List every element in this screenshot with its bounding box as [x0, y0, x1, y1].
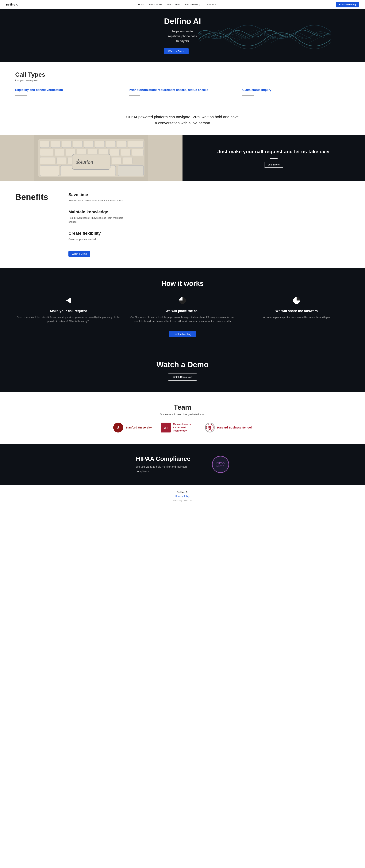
hero-subtitle: helps automate repetitive phone calls to…: [164, 29, 201, 43]
footer: Delfino AI Privacy Policy ©2023 by delfi…: [0, 485, 365, 507]
svg-rect-10: [128, 141, 143, 148]
how-it-works-book-meeting-button[interactable]: Book a Meeting: [169, 331, 196, 337]
harvard-logo: VE·RI·TAS Harvard Business School: [205, 423, 252, 432]
solution-heading: Just make your call request and let us t…: [218, 149, 330, 155]
svg-text:S: S: [117, 426, 119, 430]
svg-rect-9: [117, 141, 127, 148]
svg-marker-34: [66, 298, 71, 303]
stanford-text: Stanford University: [126, 426, 152, 429]
step-3-title: We will share the answers: [243, 309, 350, 313]
ai-section: Our AI-powered platform can navigate IVR…: [0, 104, 365, 135]
how-it-works-section: How it works Make your call request Send…: [0, 268, 365, 349]
svg-rect-8: [106, 141, 115, 148]
benefits-watch-demo-button[interactable]: Watch a Demo: [68, 251, 90, 257]
nav-logo: Delfino AI: [6, 3, 19, 6]
nav-home[interactable]: Home: [138, 3, 144, 6]
benefit-maintain-knowledge: Maintain knowledge Help prevent loss of …: [68, 210, 350, 224]
footer-links: Privacy Policy: [15, 495, 350, 498]
harvard-text-block: Harvard Business School: [217, 426, 252, 429]
step-3-desc: Answers to your requested questions will…: [243, 315, 350, 319]
svg-rect-4: [62, 141, 71, 148]
step-3-icon: [243, 297, 350, 306]
nav-contact[interactable]: Contact Us: [205, 3, 216, 6]
nav-book-meeting-button[interactable]: Book a Meeting: [336, 2, 359, 7]
mit-text-block: Massachusetts Institute of Technology: [173, 423, 196, 432]
stanford-icon: S: [113, 423, 123, 432]
stanford-logo: S Stanford University: [113, 423, 152, 432]
mit-name: Massachusetts Institute of Technology: [173, 423, 196, 432]
hipaa-section: HIPAA Compliance We use Vanta to help mo…: [0, 444, 365, 485]
team-subtitle: Our leadership team has graduated from:: [15, 413, 350, 416]
benefits-section: Benefits Save time Redirect your resourc…: [0, 181, 365, 268]
step-2-title: We will place the call: [129, 309, 236, 313]
footer-brand: Delfino AI: [15, 491, 350, 494]
svg-rect-11: [40, 149, 53, 156]
svg-rect-5: [73, 141, 82, 148]
svg-rect-12: [55, 149, 64, 156]
hipaa-desc: We use Vanta to help monitor and maintai…: [136, 465, 201, 474]
benefit-create-flexibility-desc: Scale support as needed: [68, 237, 129, 241]
call-types-heading: Call Types: [15, 71, 350, 78]
harvard-name: Harvard Business School: [217, 426, 252, 429]
step-2-desc: Our AI-powered platform will call the pa…: [129, 315, 236, 323]
benefit-save-time: Save time Redirect your resources to hig…: [68, 192, 350, 203]
team-heading: Team: [15, 403, 350, 411]
step-1: Make your call request Send requests wit…: [15, 297, 122, 323]
svg-rect-29: [40, 165, 59, 176]
nav-links: Home How it Works Watch Demo Book a Meet…: [138, 3, 216, 6]
nav-book-meeting[interactable]: Book a Meeting: [185, 3, 200, 6]
footer-privacy-policy[interactable]: Privacy Policy: [175, 495, 190, 498]
nav-how-it-works[interactable]: How it Works: [149, 3, 162, 6]
svg-text:MIT: MIT: [164, 426, 168, 429]
svg-rect-17: [110, 149, 120, 156]
call-types-grid: Eligibility and benefit verification Pri…: [15, 88, 350, 95]
hero-text: Delfino AI helps automate repetitive pho…: [164, 17, 201, 54]
steps-grid: Make your call request Send requests wit…: [15, 297, 350, 323]
harvard-icon: VE·RI·TAS: [205, 423, 215, 432]
benefit-create-flexibility-title: Create flexibility: [68, 231, 350, 236]
svg-rect-7: [95, 141, 105, 148]
call-type-eligibility: Eligibility and benefit verification: [15, 88, 123, 95]
svg-rect-6: [84, 141, 94, 148]
hero-watch-demo-button[interactable]: Watch a Demo: [164, 48, 189, 54]
nav-watch-demo[interactable]: Watch Demo: [167, 3, 180, 6]
step-3: We will share the answers Answers to you…: [243, 297, 350, 323]
benefit-create-flexibility: Create flexibility Scale support as need…: [68, 231, 350, 241]
benefits-right: Save time Redirect your resources to hig…: [68, 192, 350, 257]
svg-rect-26: [112, 157, 121, 164]
learn-more-button[interactable]: Learn More: [264, 162, 283, 167]
how-it-works-heading: How it works: [15, 280, 350, 287]
benefits-left: Benefits: [15, 192, 53, 257]
step-1-title: Make your call request: [15, 309, 122, 313]
stanford-name: Stanford University: [126, 426, 152, 429]
ai-section-text: Our AI-powered platform can navigate IVR…: [126, 114, 239, 126]
benefit-maintain-knowledge-desc: Help prevent loss of knowledge as team m…: [68, 216, 129, 224]
team-logos: S Stanford University MIT Massachusetts …: [15, 423, 350, 432]
svg-rect-27: [123, 157, 132, 164]
step-1-icon: [15, 297, 122, 306]
svg-rect-20: [40, 157, 55, 164]
watch-demo-heading: Watch a Demo: [15, 361, 350, 369]
mit-icon: MIT: [161, 423, 171, 432]
solution-divider: [270, 158, 277, 159]
benefit-save-time-desc: Redirect your resources to higher value …: [68, 199, 129, 203]
step-1-desc: Send requests with the patient informati…: [15, 315, 122, 323]
hipaa-badge-main: HIPAA: [217, 461, 225, 464]
svg-rect-18: [121, 149, 130, 156]
svg-text:↵: ↵: [77, 158, 81, 162]
call-type-divider-3: [242, 95, 254, 95]
call-type-claim-status-title: Claim status inquiry: [242, 88, 350, 92]
svg-rect-28: [118, 165, 143, 176]
benefit-save-time-title: Save time: [68, 192, 350, 197]
svg-rect-21: [57, 157, 66, 164]
hipaa-text: HIPAA Compliance We use Vanta to help mo…: [136, 455, 201, 474]
call-types-subtitle: that you can request:: [15, 79, 350, 82]
hero-section: Delfino AI helps automate repetitive pho…: [0, 9, 365, 62]
mit-logo: MIT Massachusetts Institute of Technolog…: [161, 423, 196, 432]
svg-rect-3: [51, 141, 61, 148]
step-2-icon: [129, 297, 236, 306]
footer-copyright: ©2023 by delfino.AI: [15, 499, 350, 501]
keyboard-visual: solution ↵: [0, 135, 182, 181]
watch-demo-now-button[interactable]: Watch Demo Now: [168, 374, 197, 380]
hero-title: Delfino AI: [164, 17, 201, 26]
